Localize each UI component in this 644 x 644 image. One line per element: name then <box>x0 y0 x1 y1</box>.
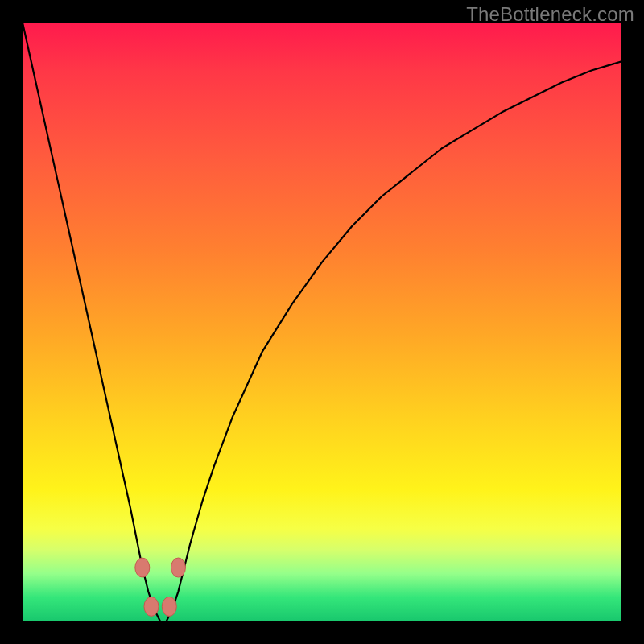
marker-point <box>135 558 150 577</box>
marker-point <box>171 558 185 577</box>
chart-frame: TheBottleneck.com <box>0 0 644 644</box>
highlight-markers <box>135 558 186 616</box>
marker-point <box>162 597 176 616</box>
watermark-text: TheBottleneck.com <box>466 3 634 26</box>
marker-point <box>144 597 159 616</box>
bottleneck-curve <box>23 23 621 621</box>
plot-area <box>23 23 621 621</box>
curve-layer <box>23 23 621 621</box>
